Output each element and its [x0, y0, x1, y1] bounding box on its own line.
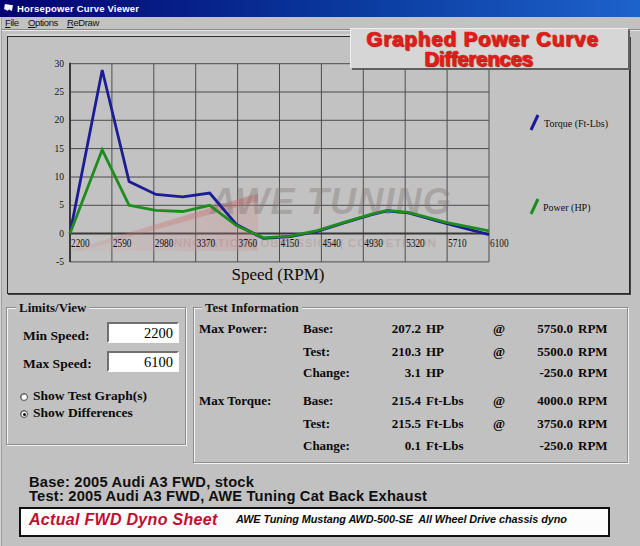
svg-text:Power (HP): Power (HP): [543, 202, 591, 214]
svg-text:20: 20: [55, 115, 65, 125]
svg-text:3760: 3760: [239, 237, 258, 249]
svg-text:2200: 2200: [71, 237, 90, 249]
svg-text:30: 30: [55, 59, 65, 69]
svg-text:4930: 4930: [364, 237, 383, 249]
svg-text:25: 25: [55, 87, 65, 97]
svg-text:5320: 5320: [406, 237, 425, 249]
svg-text:15: 15: [55, 144, 65, 154]
svg-text:Torque (Ft-Lbs): Torque (Ft-Lbs): [544, 118, 608, 130]
svg-text:5710: 5710: [448, 237, 467, 249]
svg-text:6100: 6100: [490, 237, 509, 249]
svg-text:3370: 3370: [197, 237, 216, 249]
svg-text:5: 5: [59, 200, 64, 210]
svg-text:4150: 4150: [281, 237, 300, 249]
svg-text:Speed (RPM): Speed (RPM): [231, 265, 324, 284]
svg-text:10: 10: [55, 172, 65, 182]
svg-text:4540: 4540: [322, 237, 341, 249]
svg-text:-5: -5: [56, 257, 64, 267]
svg-text:2590: 2590: [113, 237, 132, 249]
svg-text:0: 0: [59, 229, 64, 239]
svg-text:2980: 2980: [155, 237, 174, 249]
